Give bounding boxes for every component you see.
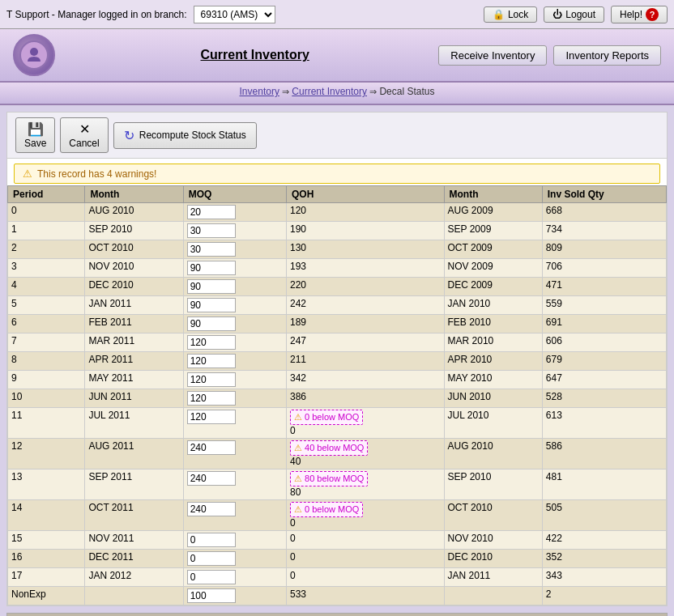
moq-input[interactable] xyxy=(187,261,236,275)
cell-inv-sold-qty: 559 xyxy=(542,296,666,315)
table-row: 10JUN 2011386JUN 2010528 xyxy=(8,389,667,408)
lock-icon: 🔒 xyxy=(493,9,505,20)
col-month: Month xyxy=(85,186,183,203)
moq-input[interactable] xyxy=(187,279,236,294)
cell-moq[interactable] xyxy=(183,240,286,259)
cell-moq[interactable] xyxy=(183,469,286,500)
cell-qoh: 247 xyxy=(286,333,444,352)
cell-inv-sold-qty: 668 xyxy=(542,203,666,222)
cell-moq[interactable] xyxy=(183,296,286,315)
moq-input[interactable] xyxy=(187,354,236,368)
cell-moq[interactable] xyxy=(183,333,286,352)
cell-qoh: 342 xyxy=(286,371,444,389)
save-icon: 💾 xyxy=(28,121,44,137)
logo-icon xyxy=(24,45,44,65)
cell-moq[interactable] xyxy=(183,439,286,469)
logo xyxy=(13,34,55,76)
cell-qoh: 533 xyxy=(286,587,444,605)
cell-moq[interactable] xyxy=(183,550,286,568)
cell-moq[interactable] xyxy=(183,315,286,333)
cell-period: 6 xyxy=(8,315,85,333)
cell-period: 16 xyxy=(8,550,85,568)
cell-moq[interactable] xyxy=(183,568,286,587)
moq-input[interactable] xyxy=(187,551,236,566)
moq-input[interactable] xyxy=(187,533,236,547)
moq-input[interactable] xyxy=(187,391,236,406)
lock-button[interactable]: 🔒 Lock xyxy=(484,6,537,23)
cell-moq[interactable] xyxy=(183,278,286,296)
cell-month: APR 2011 xyxy=(85,352,183,371)
cell-inv-sold-qty: 471 xyxy=(542,278,666,296)
recompute-button[interactable]: ↻ Recompute Stock Status xyxy=(113,122,257,149)
cell-moq[interactable] xyxy=(183,352,286,371)
cell-month xyxy=(85,587,183,605)
save-button[interactable]: 💾 Save xyxy=(15,117,55,153)
col-period: Period xyxy=(8,186,85,203)
moq-input[interactable] xyxy=(187,335,236,350)
receive-inventory-button[interactable]: Receive Inventory xyxy=(438,45,547,66)
main-panel: 💾 Save ✕ Cancel ↻ Recompute Stock Status… xyxy=(6,112,668,606)
cell-moq[interactable] xyxy=(183,222,286,240)
table-row: 8APR 2011211APR 2010679 xyxy=(8,352,667,371)
obsolete-section: Obsolete Decals 0 xyxy=(6,613,668,616)
table-row: 3NOV 2010193NOV 2009706 xyxy=(8,259,667,278)
moq-input[interactable] xyxy=(187,205,236,219)
logout-button[interactable]: ⏻ Logout xyxy=(544,6,604,23)
branch-select[interactable]: 69310 (AMS) xyxy=(194,6,275,23)
moq-input[interactable] xyxy=(187,410,236,424)
cell-moq[interactable] xyxy=(183,389,286,408)
cell-inv-sold-qty: 586 xyxy=(542,439,666,469)
cell-month: NOV 2010 xyxy=(85,259,183,278)
cell-period: 11 xyxy=(8,408,85,439)
cell-qoh: 0 xyxy=(286,568,444,587)
warn-tooltip: ⚠ 80 below MOQ xyxy=(290,471,368,486)
inventory-reports-button[interactable]: Inventory Reports xyxy=(553,45,661,66)
cell-moq[interactable] xyxy=(183,203,286,222)
cell-moq[interactable] xyxy=(183,259,286,278)
breadcrumb-current-inventory[interactable]: Current Inventory xyxy=(292,86,367,97)
cell-qoh: ⚠ 40 below MOQ40 xyxy=(286,439,444,469)
moq-input[interactable] xyxy=(187,471,236,486)
cell-moq[interactable] xyxy=(183,408,286,439)
table-row: 2OCT 2010130OCT 2009809 xyxy=(8,240,667,259)
cell-month2: OCT 2010 xyxy=(444,500,542,531)
moq-input[interactable] xyxy=(187,440,236,455)
cell-month2: SEP 2010 xyxy=(444,469,542,500)
app-title: T Support - Manager logged in on branch: xyxy=(6,9,187,20)
cell-period: 5 xyxy=(8,296,85,315)
moq-input[interactable] xyxy=(187,223,236,238)
moq-input[interactable] xyxy=(187,588,236,603)
cell-month2: JUL 2010 xyxy=(444,408,542,439)
moq-input[interactable] xyxy=(187,242,236,257)
warn-value: 80 xyxy=(290,486,441,498)
cancel-button[interactable]: ✕ Cancel xyxy=(60,117,108,153)
cell-moq[interactable] xyxy=(183,500,286,531)
svg-point-0 xyxy=(30,48,38,56)
cell-inv-sold-qty: 528 xyxy=(542,389,666,408)
moq-input[interactable] xyxy=(187,298,236,312)
cell-moq[interactable] xyxy=(183,371,286,389)
cell-moq[interactable] xyxy=(183,531,286,550)
table-row: 5JAN 2011242JAN 2010559 xyxy=(8,296,667,315)
cell-period: 12 xyxy=(8,439,85,469)
toolbar: 💾 Save ✕ Cancel ↻ Recompute Stock Status xyxy=(7,113,667,159)
cell-period: 4 xyxy=(8,278,85,296)
warn-tooltip: ⚠ 0 below MOQ xyxy=(290,502,363,517)
cell-month: JUN 2011 xyxy=(85,389,183,408)
warning-message: This record has 4 warnings! xyxy=(37,168,156,180)
moq-input[interactable] xyxy=(187,570,236,584)
moq-input[interactable] xyxy=(187,372,236,387)
cell-qoh: 211 xyxy=(286,352,444,371)
table-row: 7MAR 2011247MAR 2010606 xyxy=(8,333,667,352)
cell-moq[interactable] xyxy=(183,587,286,605)
moq-input[interactable] xyxy=(187,502,236,516)
header-nav: Current Inventory Receive Inventory Inve… xyxy=(0,29,674,83)
cell-period: 13 xyxy=(8,469,85,500)
top-bar: T Support - Manager logged in on branch:… xyxy=(0,0,674,29)
moq-input[interactable] xyxy=(187,316,236,331)
col-moq: MOQ xyxy=(183,186,286,203)
col-month2: Month xyxy=(444,186,542,203)
breadcrumb-inventory[interactable]: Inventory xyxy=(240,86,279,97)
help-button[interactable]: Help! ? xyxy=(611,6,668,23)
cell-month2: MAY 2010 xyxy=(444,371,542,389)
